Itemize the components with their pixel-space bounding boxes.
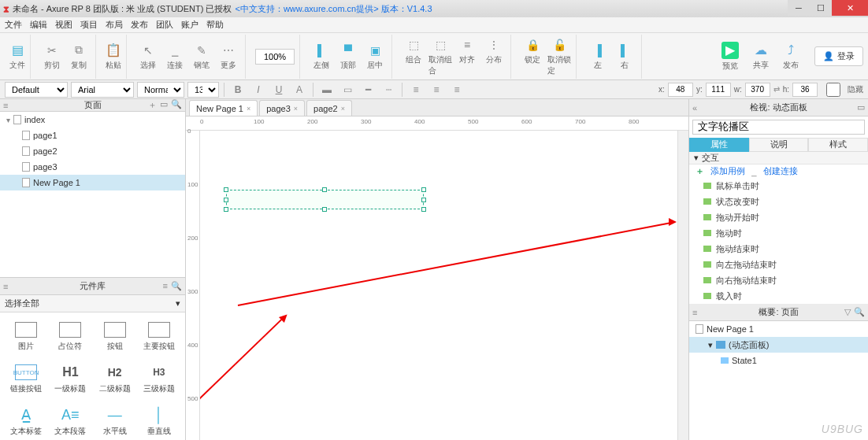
italic-button[interactable]: I — [250, 82, 267, 98]
event-鼠标单击时[interactable]: 鼠标单击时 — [689, 178, 868, 194]
tree-newpage1[interactable]: New Page 1 — [0, 175, 185, 190]
lib-item-链接按钮[interactable]: BUTTON链接按钮 — [5, 360, 47, 399]
library-filter[interactable]: 选择全部▾ — [0, 295, 185, 312]
section-interactions[interactable]: ▾交互 — [689, 152, 868, 165]
add-case-link[interactable]: 添加用例 — [710, 165, 745, 177]
distribute-icon[interactable]: ⋮ — [486, 37, 502, 53]
publish-icon[interactable]: ⤴ — [783, 43, 799, 58]
hidden-checkbox[interactable] — [821, 83, 846, 97]
tab-page3[interactable]: page3× — [259, 100, 305, 116]
line-style-button[interactable]: ┄ — [380, 82, 397, 98]
menu-account[interactable]: 账户 — [181, 19, 198, 31]
lib-collapse-icon[interactable]: ≡ — [3, 282, 8, 291]
menu-view[interactable]: 视图 — [55, 19, 72, 31]
search-icon[interactable]: 🔍 — [171, 99, 182, 111]
event-向右拖动结束时[interactable]: 向右拖动结束时 — [689, 272, 868, 288]
w-input[interactable] — [745, 83, 770, 97]
lib-item-文本段落[interactable]: A≡文本段落 — [49, 402, 91, 440]
resize-handle[interactable] — [322, 207, 327, 212]
lib-item-按钮[interactable]: 按钮 — [94, 317, 136, 357]
file-icon[interactable]: ▤ — [9, 43, 25, 58]
style-preset-select[interactable]: Default — [5, 82, 68, 98]
lib-item-三级标题[interactable]: H3三级标题 — [138, 360, 180, 399]
lib-item-水平线[interactable]: —水平线 — [94, 402, 136, 440]
fill-color-button[interactable]: ▬ — [318, 82, 336, 98]
resize-handle[interactable] — [421, 207, 426, 212]
align-top-icon[interactable]: ▀ — [340, 43, 356, 58]
menu-team[interactable]: 团队 — [156, 19, 173, 31]
bold-button[interactable]: B — [229, 82, 247, 98]
lib-menu-icon[interactable]: ≡ — [163, 281, 168, 291]
lib-item-占位符[interactable]: 占位符 — [49, 317, 91, 357]
tab-properties[interactable]: 属性 — [689, 138, 749, 152]
lib-item-垂直线[interactable]: │垂直线 — [138, 402, 180, 440]
tab-newpage1[interactable]: New Page 1× — [189, 100, 258, 116]
paste-icon[interactable]: 📋 — [106, 43, 121, 58]
event-载入时[interactable]: 载入时 — [689, 288, 868, 304]
align-center-text-button[interactable]: ≡ — [428, 82, 445, 98]
outline-state1[interactable]: State1 — [689, 353, 868, 368]
event-拖动时[interactable]: 拖动时 — [689, 225, 868, 241]
canvas[interactable] — [200, 131, 688, 440]
resize-handle[interactable] — [224, 187, 228, 192]
connect-icon[interactable]: ⎯ — [167, 43, 183, 58]
unlock-icon[interactable]: 🔓 — [551, 37, 567, 53]
add-case-icon[interactable]: ＋ — [696, 165, 704, 177]
menu-file[interactable]: 文件 — [5, 19, 22, 31]
outline-collapse-icon[interactable]: ≡ — [692, 308, 697, 317]
window-maximize-button[interactable]: ☐ — [810, 0, 832, 16]
group-icon[interactable]: ⬚ — [406, 37, 421, 53]
pen-icon[interactable]: ✎ — [194, 43, 210, 58]
h-input[interactable] — [792, 83, 818, 97]
menu-help[interactable]: 帮助 — [206, 19, 224, 31]
event-拖动开始时[interactable]: 拖动开始时 — [689, 209, 868, 225]
event-向左拖动结束时[interactable]: 向左拖动结束时 — [689, 257, 868, 272]
x-input[interactable] — [668, 83, 693, 97]
resize-handle[interactable] — [421, 187, 426, 192]
insp-collapse-icon[interactable]: « — [692, 103, 697, 113]
align-center-icon[interactable]: ▣ — [367, 43, 383, 58]
menu-publish[interactable]: 发布 — [131, 19, 148, 31]
close-icon[interactable]: × — [341, 105, 345, 113]
more-icon[interactable]: ⋯ — [221, 43, 236, 58]
menu-layout[interactable]: 布局 — [106, 19, 123, 31]
align-icon[interactable]: ≡ — [459, 37, 475, 53]
widget-name-input[interactable] — [692, 120, 865, 135]
resize-handle[interactable] — [421, 198, 426, 202]
page-tree[interactable]: ▾index page1 page2 page3 New Page 1 — [0, 112, 185, 277]
filter-icon[interactable]: ▽ — [844, 307, 851, 317]
font-weight-select[interactable]: Normal — [137, 82, 184, 98]
lock-icon[interactable]: 🔒 — [525, 37, 540, 53]
add-folder-icon[interactable]: ▭ — [160, 99, 168, 111]
create-link-link[interactable]: 创建连接 — [763, 165, 798, 177]
tab-style[interactable]: 样式 — [808, 138, 868, 152]
lib-search-icon[interactable]: 🔍 — [171, 281, 182, 291]
align-left-text-button[interactable]: ≡ — [407, 82, 425, 98]
align-left-icon[interactable]: ▌ — [313, 43, 329, 58]
add-page-icon[interactable]: ＋ — [148, 99, 157, 111]
align-right-text-button[interactable]: ≡ — [448, 82, 466, 98]
lib-item-图片[interactable]: 图片 — [5, 317, 47, 357]
collapse-icon[interactable]: ≡ — [3, 101, 8, 110]
lib-item-一级标题[interactable]: H1一级标题 — [49, 360, 91, 399]
menu-edit[interactable]: 编辑 — [30, 19, 47, 31]
window-close-button[interactable]: ✕ — [832, 0, 868, 16]
event-拖动结束时[interactable]: 拖动结束时 — [689, 241, 868, 257]
outline-search-icon[interactable]: 🔍 — [854, 307, 865, 317]
copy-icon[interactable]: ⧉ — [71, 43, 87, 58]
font-select[interactable]: Arial — [71, 82, 134, 98]
cut-icon[interactable]: ✂ — [44, 43, 60, 58]
menu-project[interactable]: 项目 — [80, 19, 98, 31]
share-icon[interactable]: ☁ — [753, 43, 769, 58]
scrollbar-vertical[interactable] — [677, 131, 688, 440]
underline-button[interactable]: U — [270, 82, 287, 98]
tree-page3[interactable]: page3 — [0, 159, 185, 175]
resize-handle[interactable] — [224, 198, 228, 202]
window-minimize-button[interactable]: ─ — [788, 0, 810, 16]
close-icon[interactable]: × — [294, 105, 298, 113]
outline-page[interactable]: New Page 1 — [689, 321, 868, 337]
right-icon[interactable]: ▌ — [617, 43, 632, 58]
lib-item-主要按钮[interactable]: 主要按钮 — [138, 317, 180, 357]
login-button[interactable]: 👤登录 — [814, 46, 863, 66]
tab-notes[interactable]: 说明 — [749, 138, 809, 152]
